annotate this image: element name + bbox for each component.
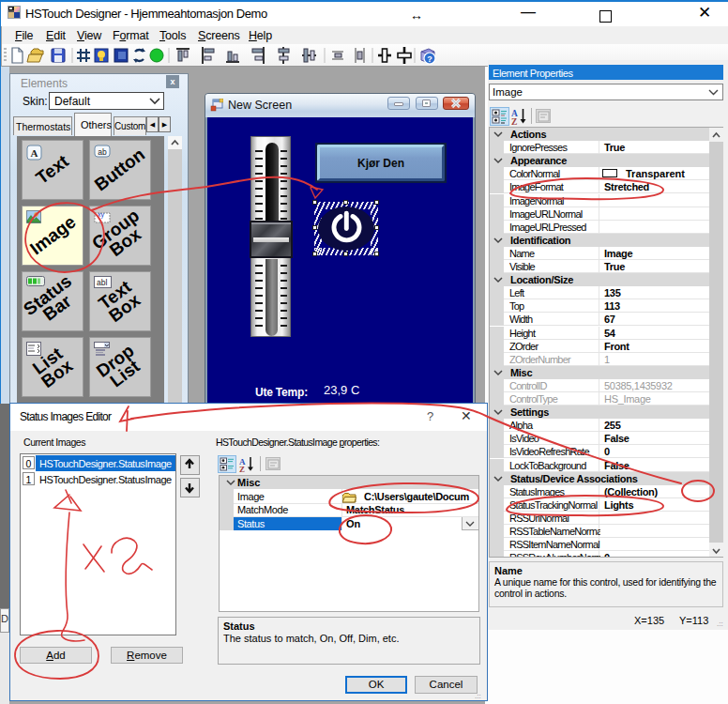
svg-text:Z: Z [239, 465, 245, 473]
svg-text:?: ? [427, 54, 432, 64]
svg-text:Z: Z [511, 117, 517, 126]
